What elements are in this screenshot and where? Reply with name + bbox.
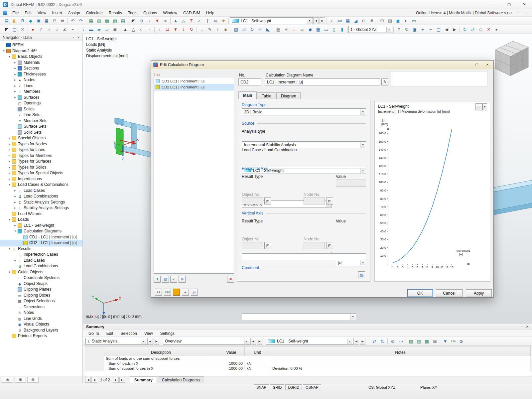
menu-help[interactable]: Help: [203, 9, 217, 16]
tree-item[interactable]: ▸∫Stability Analysis Settings: [0, 205, 82, 211]
summary-header[interactable]: Summary ▫ ✕: [83, 324, 532, 330]
grid-toggle[interactable]: GRID: [270, 384, 285, 390]
tree-item[interactable]: ▸Surfaces: [0, 95, 82, 101]
expand-icon[interactable]: ▸: [7, 147, 12, 153]
moment-load-icon[interactable]: ↻: [188, 26, 195, 33]
print-options-dropdown[interactable]: ▾: [482, 103, 487, 110]
reorder-diagrams-button[interactable]: ⇅: [179, 276, 186, 283]
tree-item[interactable]: ∟Coordinate Systems: [0, 275, 82, 281]
export-table-icon[interactable]: ▤: [407, 337, 415, 345]
move-object-icon[interactable]: ⇄: [240, 26, 248, 33]
tree-item[interactable]: ↔Dimensions: [0, 304, 82, 310]
tree-item[interactable]: ▸∕Lines: [0, 83, 82, 89]
expand-icon[interactable]: ▸: [13, 77, 18, 83]
shadow-mode-icon[interactable]: ◐: [402, 17, 410, 25]
tree-item[interactable]: ◆Object Snaps: [0, 281, 82, 287]
diagram-name-field[interactable]: LC1 | Increment | |u|: [265, 78, 380, 85]
tree-item[interactable]: ▸Types for Lines: [0, 147, 82, 153]
copy-diagram-button[interactable]: ▧: [162, 276, 169, 283]
decimal-places-icon[interactable]: 0.00: [450, 337, 457, 345]
menu-view[interactable]: View: [35, 9, 49, 16]
expand-icon[interactable]: ▸: [13, 71, 18, 77]
tree-item[interactable]: ≣Background Layers: [0, 328, 82, 333]
next-load-case-button[interactable]: ▶: [320, 17, 325, 24]
tree-item[interactable]: ▸Types for Nodes: [0, 141, 82, 147]
flip-view-icon[interactable]: ⇄: [469, 26, 476, 33]
deselect-icon[interactable]: ✕: [19, 26, 26, 33]
tree-item[interactable]: ↓Imperfection Cases: [0, 252, 82, 258]
circle-tool-icon[interactable]: ○: [53, 26, 61, 33]
collapse-icon[interactable]: ▾: [7, 269, 12, 275]
zoom-tool-button[interactable]: ⊙: [155, 289, 162, 296]
tree-item[interactable]: ▸⇊Load Combinations: [0, 194, 82, 200]
open-model-icon[interactable]: ◧: [11, 17, 18, 25]
tree-item[interactable]: ▸Types for Surfaces: [0, 159, 82, 165]
expand-icon[interactable]: ▸: [13, 223, 18, 228]
close-button[interactable]: ✕: [517, 0, 532, 9]
tree-item[interactable]: ▸Types for Special Objects: [0, 170, 82, 176]
filter-icon[interactable]: ▼: [442, 337, 449, 345]
new-model-icon[interactable]: ▤: [3, 17, 10, 25]
expand-icon[interactable]: ▸: [13, 66, 18, 71]
table-layout-icon[interactable]: ▥: [95, 17, 103, 25]
member-load-icon[interactable]: ⇊: [164, 26, 171, 33]
next-page-button[interactable]: ▶: [113, 377, 119, 383]
diagram-list[interactable]: CD1LC1 | Increment | |u|CD2LC1 | Increme…: [154, 78, 234, 274]
summary-tab-calculation-diagrams[interactable]: Calculation Diagrams: [158, 376, 204, 383]
tree-item[interactable]: Load Wizards: [0, 211, 82, 217]
tree-item[interactable]: ▾Loads: [0, 217, 82, 223]
print-graphic-icon[interactable]: ⊟: [51, 17, 58, 25]
redo-icon[interactable]: ↷: [77, 17, 84, 25]
tree-item[interactable]: ▾Diagram2.rf6*: [0, 48, 82, 54]
tree-item[interactable]: Solid Sets: [0, 130, 82, 136]
chevron-down-icon[interactable]: ▾: [244, 338, 249, 344]
tree-item[interactable]: ▭Clipping Boxes: [0, 293, 82, 299]
chevron-down-icon[interactable]: ▾: [386, 27, 391, 32]
collapse-icon[interactable]: ▾: [7, 246, 12, 252]
find-object-icon[interactable]: ⊙: [138, 17, 145, 25]
line-grid-icon[interactable]: ▦: [275, 26, 282, 33]
printout-report-icon[interactable]: ≣: [59, 17, 66, 25]
tree-item[interactable]: ▸↓Load Cases: [0, 188, 82, 194]
delete-diagram-button[interactable]: ✕: [227, 276, 234, 283]
menu-edit[interactable]: Edit: [22, 9, 35, 16]
expand-icon[interactable]: ▸: [7, 141, 12, 147]
nodal-load-icon[interactable]: ↓: [156, 26, 163, 33]
expand-icon[interactable]: ▸: [13, 95, 18, 100]
menu-options[interactable]: Options: [140, 9, 160, 16]
comment-combo[interactable]: ▾: [242, 313, 356, 320]
mesh-settings-icon[interactable]: △: [180, 17, 187, 25]
collapse-icon[interactable]: ▾: [13, 228, 18, 234]
work-plane-icon[interactable]: ▱: [299, 26, 306, 33]
dialog-titlebar[interactable]: Edit Calculation Diagram — ▢ ✕: [151, 61, 493, 69]
imperfection-icon[interactable]: ≈: [162, 17, 169, 25]
close-navigator-icon[interactable]: ✕: [76, 35, 81, 40]
mesh-icon[interactable]: ▲: [172, 17, 179, 25]
h-node-picker-button[interactable]: ◤: [326, 198, 333, 204]
tree-item[interactable]: ▾ΣResults: [0, 246, 82, 252]
h-object-picker-button[interactable]: ◤: [264, 198, 271, 204]
zoom-in-icon[interactable]: +: [419, 26, 426, 33]
previous-view-icon[interactable]: ◀: [443, 26, 450, 33]
snap-settings-icon[interactable]: ◆: [307, 26, 314, 33]
calculation-check-icon[interactable]: ✓: [196, 17, 203, 25]
import-icon[interactable]: ▣: [35, 17, 42, 25]
coordinate-system-icon[interactable]: ∟: [291, 26, 298, 33]
float-navigator-icon[interactable]: ▫: [70, 35, 76, 40]
v-object-picker-button[interactable]: ◤: [264, 242, 271, 249]
polyline-tool-icon[interactable]: ∠: [61, 26, 68, 33]
result-values-icon[interactable]: x.xx: [397, 337, 404, 345]
tree-item[interactable]: ▸∕Members: [0, 89, 82, 95]
print-preview-icon[interactable]: ⊟: [378, 17, 386, 25]
menu-assign[interactable]: Assign: [65, 9, 83, 16]
tree-item[interactable]: ▸Materials: [0, 60, 82, 66]
expand-icon[interactable]: ▸: [13, 200, 18, 205]
dynamic-analysis-icon[interactable]: ∞: [212, 17, 219, 25]
tree-item[interactable]: Surface Sets: [0, 124, 82, 130]
regenerate-icon[interactable]: ↻: [403, 26, 410, 33]
summary-menu-selection[interactable]: Selection: [117, 330, 141, 336]
previous-analysis-button[interactable]: ◀: [147, 338, 153, 345]
expand-icon[interactable]: ▸: [7, 165, 12, 170]
beam-tool-icon[interactable]: ▬: [87, 26, 95, 33]
window-menu-icon[interactable]: [3, 11, 7, 15]
